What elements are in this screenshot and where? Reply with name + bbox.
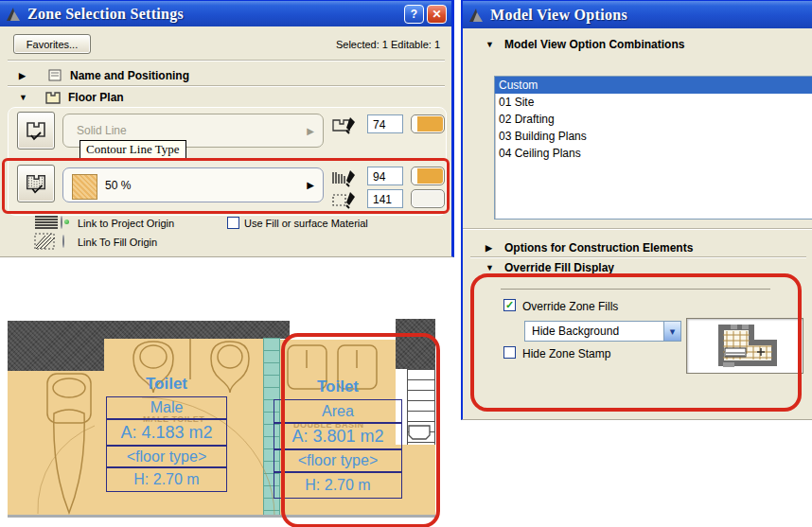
check-icon: ✓ (505, 299, 514, 311)
zone-area-box: A: 4.183 m2 (106, 419, 227, 446)
zone-fill-combo[interactable]: 50 % ▶ (62, 167, 324, 202)
collapsed-arrow-icon: ▶ (485, 243, 501, 253)
zone-dialog-titlebar[interactable]: Zone Selection Settings ? ✕ (0, 0, 451, 26)
zone-dialog-title: Zone Selection Settings (27, 6, 184, 23)
section-label: Floor Plan (68, 91, 124, 104)
separator (501, 289, 770, 290)
section-name-and-positioning[interactable]: ▶ Name and Positioning (19, 66, 435, 85)
link-project-origin-label: Link to Project Origin (78, 218, 174, 229)
zone-area-box: A: 3.801 m2 (274, 423, 402, 449)
override-zone-fills-label: Override Zone Fills (522, 300, 618, 313)
section-override-fill-display[interactable]: ▼ Override Fill Display (485, 259, 798, 276)
override-zone-fills-checkbox[interactable]: ✓ (503, 299, 516, 311)
contour-pen-color-chip[interactable] (411, 114, 445, 133)
wall-top-left-corner (8, 321, 104, 371)
screenshot-stage: Zone Selection Settings ? ✕ Favorites...… (0, 0, 812, 527)
expanded-arrow-icon: ▼ (485, 263, 501, 272)
section-floor-plan[interactable]: ▼ Floor Plan (19, 88, 435, 107)
favorites-button[interactable]: Favorites... (13, 34, 91, 54)
archicad-logo-icon (468, 7, 485, 24)
combo-arrow-icon: ▶ (307, 180, 323, 190)
help-button[interactable]: ? (404, 5, 424, 24)
fill-display-mode-value: Hide Background (525, 325, 619, 338)
background-pen-number-field[interactable] (367, 189, 403, 208)
floor-plan-zone-icon (44, 90, 62, 106)
use-fill-material-label: Use Fill or surface Material (244, 218, 368, 229)
mvo-dialog-titlebar[interactable]: Model View Options (463, 0, 812, 28)
list-item-04-ceiling-plans[interactable]: 04 Ceiling Plans (495, 145, 812, 162)
model-view-options-dialog: Model View Options ▼ Model View Option C… (461, 0, 812, 420)
hide-zone-stamp-checkbox[interactable] (503, 346, 516, 359)
contour-pen-icon (331, 115, 358, 136)
zone-height-box: H: 2.70 m (106, 467, 227, 492)
zone-fill-icon (24, 170, 48, 197)
archicad-logo-icon (5, 6, 22, 23)
zone-left-room-fill (8, 370, 99, 518)
zone-contour-icon (24, 118, 48, 143)
section-label: Name and Positioning (70, 69, 189, 82)
hide-zone-stamp-label: Hide Zone Stamp (522, 347, 610, 360)
separator (8, 60, 445, 61)
link-fill-origin-radio[interactable] (62, 235, 64, 248)
selection-status: Selected: 1 Editable: 1 (336, 39, 440, 50)
section-label: Options for Construction Elements (504, 241, 693, 255)
favorites-button-label: Favorites... (26, 39, 78, 50)
separator (470, 256, 806, 258)
dropdown-arrow-icon[interactable]: ▾ (663, 322, 680, 341)
list-item-02-drafting[interactable]: 02 Drafting (495, 111, 812, 128)
stair-grid (407, 369, 435, 445)
link-fill-origin-label: Link To Fill Origin (78, 237, 157, 248)
section-label: Override Fill Display (504, 261, 614, 274)
zone-stamp-male-toilet[interactable]: Toilet Male A: 4.183 m2 <floor type> H: … (106, 375, 227, 492)
use-fill-material-checkbox[interactable] (227, 217, 239, 229)
fill-origin-icon (34, 233, 57, 251)
zone-height-box: H: 2.70 m (274, 472, 402, 499)
zone-stamp-area-toilet[interactable]: Toilet Area A: 3.801 m2 <floor type> H: … (274, 378, 402, 499)
close-button[interactable]: ✕ (427, 5, 447, 24)
fill-display-mode-dropdown[interactable]: Hide Background ▾ (524, 321, 681, 342)
wall-top-right (396, 319, 435, 369)
background-pen-color-chip[interactable] (411, 189, 445, 208)
fill-preview-plan-icon (708, 324, 782, 369)
link-project-origin-radio[interactable] (61, 216, 62, 229)
list-item-custom[interactable]: Custom (495, 77, 812, 94)
project-origin-icon (34, 215, 59, 231)
fill-pen-number-field[interactable] (367, 167, 403, 185)
separator (463, 228, 812, 230)
section-label: Model View Option Combinations (504, 38, 684, 51)
zone-title: Toilet (274, 378, 402, 396)
combinations-listbox: Custom 01 Site 02 Drafting 03 Building P… (494, 76, 812, 220)
fill-pen-icon (331, 168, 358, 189)
zone-selection-settings-dialog: Zone Selection Settings ? ✕ Favorites...… (0, 0, 454, 257)
contour-line-type-tooltip: Contour Line Type (79, 140, 186, 159)
collapsed-arrow-icon: ▶ (19, 71, 34, 80)
mvo-dialog-title: Model View Options (490, 7, 627, 24)
name-positioning-icon (47, 69, 62, 82)
expanded-arrow-icon: ▼ (19, 93, 34, 102)
plan-bottom-shadow (8, 515, 435, 518)
section-options-for-construction-elements[interactable]: ▶ Options for Construction Elements (485, 239, 798, 256)
section-model-view-option-combinations[interactable]: ▼ Model View Option Combinations (485, 36, 798, 53)
fill-display-preview (686, 318, 803, 374)
zone-floor-type-box: <floor type> (274, 449, 402, 472)
contour-line-type-value: Solid Line (63, 124, 127, 137)
floor-plan-view: MALE TOILET DOUBLE BASIN Toilet Male A: … (8, 319, 435, 519)
zone-title: Toilet (106, 375, 227, 394)
zone-floor-type-box: <floor type> (106, 446, 227, 467)
fill-swatch (72, 174, 97, 200)
expanded-arrow-icon: ▼ (485, 40, 501, 49)
contour-pen-number-field[interactable] (367, 114, 403, 133)
zone-fill-toggle-button[interactable] (17, 165, 55, 202)
combo-arrow-icon: ▶ (307, 126, 323, 136)
separator (8, 85, 445, 87)
zone-name-box: Male (106, 396, 227, 419)
background-pen-icon (331, 190, 358, 211)
zone-name-box: Area (274, 399, 402, 423)
fill-pen-color-chip[interactable] (411, 167, 445, 185)
list-item-01-site[interactable]: 01 Site (495, 94, 812, 111)
list-item-03-building-plans[interactable]: 03 Building Plans (495, 128, 812, 145)
contour-line-toggle-button[interactable] (17, 112, 55, 149)
